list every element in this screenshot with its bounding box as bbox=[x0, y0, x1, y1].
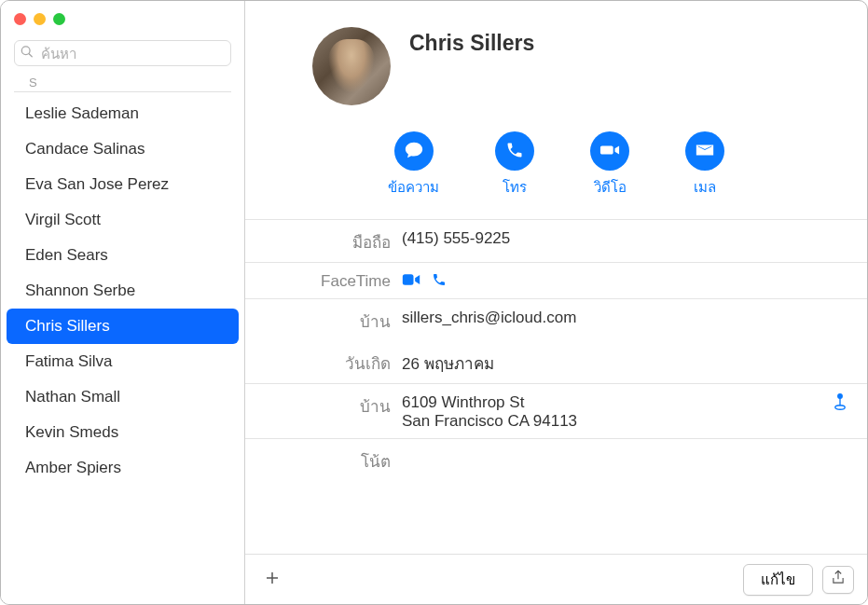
note-value[interactable] bbox=[402, 447, 867, 448]
search-input[interactable] bbox=[14, 40, 231, 66]
list-item[interactable]: Kevin Smeds bbox=[1, 415, 244, 450]
minimize-button[interactable] bbox=[34, 13, 46, 25]
birthday-value: 26 พฤษภาคม bbox=[402, 349, 867, 376]
list-item[interactable]: Candace Salinas bbox=[1, 131, 244, 167]
message-icon bbox=[404, 140, 424, 163]
video-icon bbox=[599, 140, 620, 163]
svg-line-1 bbox=[29, 54, 32, 57]
contacts-window: S Leslie Sademan Candace Salinas Eva San… bbox=[0, 0, 868, 605]
note-label: โน้ต bbox=[245, 447, 402, 474]
map-pin-icon[interactable] bbox=[832, 392, 848, 415]
facetime-audio-icon[interactable] bbox=[432, 272, 447, 290]
search-icon bbox=[21, 46, 34, 62]
home-email-label: บ้าน bbox=[245, 307, 402, 334]
detail-pane: Chris Sillers ข้อความ โทร bbox=[245, 1, 867, 604]
list-item[interactable]: Shannon Serbe bbox=[1, 273, 244, 309]
list-item[interactable]: Nathan Small bbox=[1, 379, 244, 415]
action-row: ข้อความ โทร วิดีโอ bbox=[245, 131, 867, 199]
birthday-label: วันเกิด bbox=[245, 349, 402, 376]
list-item[interactable]: Leslie Sademan bbox=[1, 96, 244, 131]
maximize-button[interactable] bbox=[53, 13, 65, 25]
window-titlebar bbox=[1, 1, 244, 36]
addr-line1: 6109 Winthrop St bbox=[402, 393, 867, 412]
svg-point-5 bbox=[835, 406, 846, 410]
contact-name: Chris Sillers bbox=[409, 31, 534, 56]
list-item[interactable]: Virgil Scott bbox=[1, 202, 244, 238]
contact-fields: มือถือ (415) 555-9225 FaceTime บ้าน sill… bbox=[245, 219, 867, 481]
video-label: วิดีโอ bbox=[594, 176, 627, 199]
footer: แก้ไข bbox=[245, 554, 867, 604]
sidebar: S Leslie Sademan Candace Salinas Eva San… bbox=[1, 1, 245, 604]
svg-point-3 bbox=[838, 394, 843, 399]
add-button[interactable] bbox=[258, 566, 286, 594]
section-header: S bbox=[14, 74, 231, 92]
field-email: บ้าน sillers_chris@icloud.com bbox=[245, 299, 867, 341]
field-mobile: มือถือ (415) 555-9225 bbox=[245, 220, 867, 263]
field-birthday: วันเกิด 26 พฤษภาคม bbox=[245, 341, 867, 383]
list-item[interactable]: Eden Sears bbox=[1, 238, 244, 273]
search-box bbox=[14, 40, 231, 66]
plus-icon bbox=[264, 570, 281, 589]
video-button[interactable]: วิดีโอ bbox=[590, 131, 629, 199]
share-icon bbox=[831, 570, 846, 589]
list-item[interactable]: Amber Spiers bbox=[1, 450, 244, 486]
contact-list[interactable]: Leslie Sademan Candace Salinas Eva San J… bbox=[1, 96, 244, 604]
home-email-value[interactable]: sillers_chris@icloud.com bbox=[402, 307, 867, 327]
mail-button[interactable]: เมล bbox=[685, 131, 724, 199]
mobile-label: มือถือ bbox=[245, 227, 402, 254]
message-label: ข้อความ bbox=[388, 176, 439, 199]
facetime-icons bbox=[402, 270, 447, 290]
facetime-video-icon[interactable] bbox=[402, 272, 420, 290]
field-address: บ้าน 6109 Winthrop St San Francisco CA 9… bbox=[245, 383, 867, 439]
message-button[interactable]: ข้อความ bbox=[388, 131, 439, 199]
list-item[interactable]: Fatima Silva bbox=[1, 344, 244, 379]
addr-line2: San Francisco CA 94113 bbox=[402, 412, 867, 431]
footer-right: แก้ไข bbox=[743, 564, 854, 596]
svg-rect-2 bbox=[403, 274, 414, 285]
list-item[interactable]: Eva San Jose Perez bbox=[1, 167, 244, 202]
call-label: โทร bbox=[503, 176, 527, 199]
close-button[interactable] bbox=[14, 13, 26, 25]
mail-label: เมล bbox=[694, 176, 716, 199]
mobile-value[interactable]: (415) 555-9225 bbox=[402, 227, 867, 248]
field-facetime: FaceTime bbox=[245, 263, 867, 299]
avatar[interactable] bbox=[312, 27, 391, 105]
mail-icon bbox=[695, 140, 715, 163]
edit-button[interactable]: แก้ไข bbox=[743, 564, 813, 596]
phone-icon bbox=[505, 141, 524, 162]
field-note: โน้ต bbox=[245, 439, 867, 481]
home-addr-label: บ้าน bbox=[245, 392, 402, 419]
list-item[interactable]: Chris Sillers bbox=[7, 309, 239, 344]
share-button[interactable] bbox=[822, 566, 854, 594]
facetime-label: FaceTime bbox=[245, 270, 402, 291]
call-button[interactable]: โทร bbox=[495, 131, 534, 199]
detail-header: Chris Sillers bbox=[312, 1, 867, 105]
home-addr-value[interactable]: 6109 Winthrop St San Francisco CA 94113 bbox=[402, 392, 867, 431]
